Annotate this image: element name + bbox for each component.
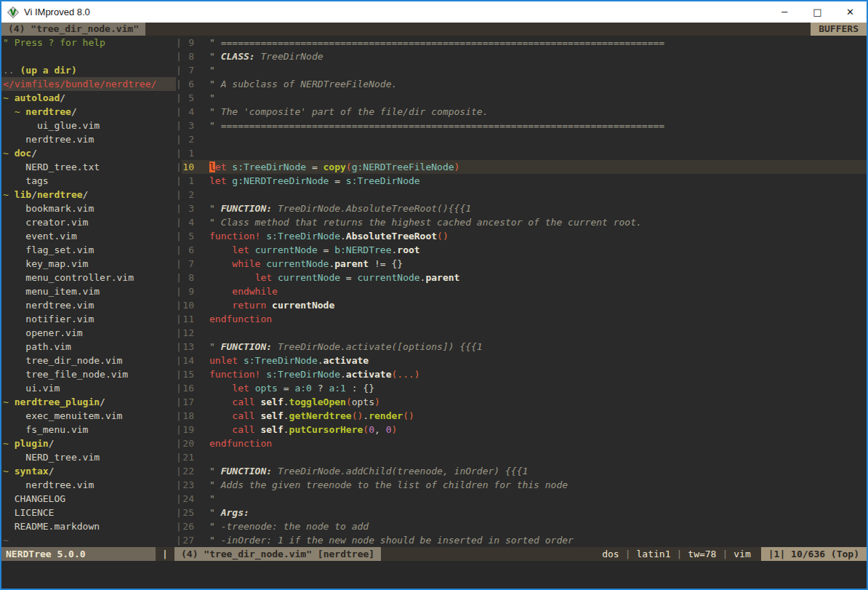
line-number: 5 [182,91,194,105]
tree-help[interactable]: " Press ? for help [1,36,176,49]
code-text: function! s:TreeDirNode.AbsoluteTreeRoot… [209,229,449,243]
code-line[interactable]: 3" =====================================… [182,119,867,132]
tree-file[interactable]: exec_menuitem.vim [1,409,176,423]
code-line[interactable]: 6 let currentNode = b:NERDTree.root [182,243,867,257]
tree-file[interactable]: tree_dir_node.vim [1,354,176,367]
maximize-button[interactable]: □ [801,1,834,23]
code-text: call self.getNerdtree().render() [209,409,414,423]
tree-file[interactable]: event.vim [1,229,176,243]
code-line[interactable]: 17 call self.toggleOpen(opts) [182,395,867,409]
code-line[interactable]: 3" FUNCTION: TreeDirNode.AbsoluteTreeRoo… [182,202,867,215]
window-controls: − □ ✕ [768,1,867,23]
code-text: " Adds the given treenode to the list of… [209,478,568,492]
active-tab[interactable]: (4) "tree_dir_node.vim" [1,23,145,36]
tree-dir[interactable]: ~ autoload/ [1,91,176,105]
code-line[interactable]: 4" Class method that returns the highest… [182,215,867,229]
code-line[interactable]: 5function! s:TreeDirNode.AbsoluteTreeRoo… [182,229,867,243]
code-line[interactable]: 25" Args: [182,506,867,519]
close-button[interactable]: ✕ [834,1,867,23]
tree-file[interactable]: tree_file_node.vim [1,367,176,381]
code-line[interactable]: 1let g:NERDTreeDirNode = s:TreeDirNode [182,174,867,188]
tree-file[interactable]: path.vim [1,340,176,354]
editor-panel[interactable]: 9" =====================================… [182,36,867,547]
tree-file[interactable]: notifier.vim [1,312,176,326]
tree-file[interactable]: fs_menu.vim [1,423,176,436]
code-text: let currentNode = currentNode.parent [209,271,459,284]
tree-root[interactable]: </vimfiles/bundle/nerdtree/ [1,77,176,91]
code-text: " [209,91,215,105]
tree-dir[interactable]: ~ doc/ [1,146,176,160]
tree-file[interactable]: LICENCE [1,506,176,519]
code-line[interactable]: 6" A subclass of NERDTreeFileNode. [182,77,867,91]
code-line[interactable]: 10 return currentNode [182,298,867,312]
command-line[interactable] [1,561,867,589]
line-number: 12 [182,326,194,340]
code-line[interactable]: 13" FUNCTION: TreeDirNode.activate([opti… [182,340,867,354]
line-number: 1 [182,146,194,160]
tree-file[interactable]: nerdtree.vim [1,132,176,146]
code-line[interactable]: 26" -treenode: the node to add [182,519,867,533]
tree-file[interactable]: key_map.vim [1,257,176,271]
minimize-button[interactable]: − [768,1,801,23]
code-line[interactable]: 23" Adds the given treenode to the list … [182,478,867,492]
code-text: " CLASS: TreeDirNode [209,49,324,63]
tree-file[interactable]: flag_set.vim [1,243,176,257]
tree-dir[interactable]: ~ syntax/ [1,464,176,478]
code-line[interactable]: 8 let currentNode = currentNode.parent [182,271,867,284]
code-line-current[interactable]: 10let s:TreeDirNode = copy(g:NERDTreeFil… [182,160,867,174]
tree-file[interactable]: creator.vim [1,215,176,229]
code-line[interactable]: 12 [182,326,867,340]
tree-up-a-dir[interactable]: .. (up a dir) [1,63,176,77]
code-line[interactable]: 20endfunction [182,436,867,450]
tree-file[interactable]: nerdtree.vim [1,298,176,312]
tree-dir[interactable]: ~ lib/nerdtree/ [1,188,176,202]
status-right-items: dos|latin1|tw=78|vim [602,547,751,561]
tree-file[interactable]: bookmark.vim [1,202,176,215]
code-line[interactable]: 9" =====================================… [182,36,867,49]
tree-file[interactable]: README.markdown [1,519,176,533]
code-line[interactable]: 21 [182,450,867,464]
tree-file[interactable]: nerdtree.vim [1,478,176,492]
line-number: 26 [182,519,194,533]
vim-window: Vi IMproved 8.0 − □ ✕ (4) "tree_dir_node… [0,0,868,590]
code-line[interactable]: 1 [182,146,867,160]
tree-dir[interactable]: ~ plugin/ [1,436,176,450]
code-line[interactable]: 2 [182,132,867,146]
code-line[interactable]: 7 while currentNode.parent != {} [182,257,867,271]
code-line[interactable]: 22" FUNCTION: TreeDirNode.addChild(treen… [182,464,867,478]
filler-tilde[interactable]: ~ [1,533,176,547]
nerdtree-panel: " Press ? for help.. (up a dir)</vimfile… [1,36,176,547]
tree-dir[interactable]: ~ nerdtree_plugin/ [1,395,176,409]
code-line[interactable]: 8" CLASS: TreeDirNode [182,49,867,63]
tree-file[interactable]: CHANGELOG [1,492,176,506]
code-line[interactable]: 9 endwhile [182,284,867,298]
tree-file[interactable]: menu_controller.vim [1,271,176,284]
tree-file[interactable]: opener.vim [1,326,176,340]
code-text: " [209,492,215,506]
code-line[interactable]: 2 [182,188,867,202]
tree-file[interactable]: tags [1,174,176,188]
code-line[interactable]: 11endfunction [182,312,867,326]
code-line[interactable]: 4" The 'composite' part of the file/dir … [182,105,867,119]
code-line[interactable]: 19 call self.putCursorHere(0, 0) [182,423,867,436]
code-line[interactable]: 7" [182,63,867,77]
code-line[interactable]: 14unlet s:TreeDirNode.activate [182,354,867,367]
tree-file[interactable]: ui.vim [1,381,176,395]
code-line[interactable]: 16 let opts = a:0 ? a:1 : {} [182,381,867,395]
code-line[interactable]: 5" [182,91,867,105]
tree-file[interactable]: NERD_tree.vim [1,450,176,464]
status-pipe: | [716,549,734,559]
code-line[interactable]: 27" -inOrder: 1 if the new node should b… [182,533,867,547]
code-line[interactable]: 15function! s:TreeDirNode.activate(...) [182,367,867,381]
line-number: 20 [182,436,194,450]
code-text: " ======================================… [209,36,664,49]
code-line[interactable]: 24" [182,492,867,506]
tree-file[interactable]: menu_item.vim [1,284,176,298]
code-line[interactable]: 18 call self.getNerdtree().render() [182,409,867,423]
tree-dir[interactable]: ~ nerdtree/ [1,105,176,119]
tree-file[interactable]: ui_glue.vim [1,119,176,132]
line-number: 4 [182,215,194,229]
tree-blank[interactable] [1,49,176,63]
tree-file[interactable]: NERD_tree.txt [1,160,176,174]
window-split-separator[interactable]: | | | | | | | | | | | | | | | | | | | | … [176,36,182,547]
